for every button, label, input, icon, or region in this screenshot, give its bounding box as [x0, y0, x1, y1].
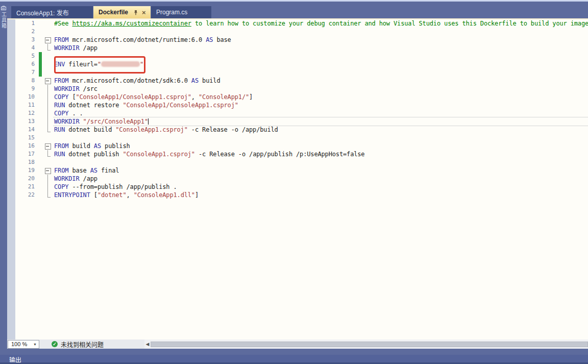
change-tracking-margin	[36, 134, 43, 142]
line-number: 16	[15, 142, 36, 150]
line-number: 5	[15, 52, 36, 60]
fold-toggle[interactable]	[43, 36, 54, 44]
fold-toggle[interactable]	[43, 166, 54, 175]
code-line[interactable]: 19FROM base AS final	[15, 166, 588, 175]
outline-guide	[43, 150, 54, 158]
outline-guide	[43, 183, 54, 191]
change-tracking-margin	[36, 28, 43, 36]
left-tool-strip: 工具箱	[0, 2, 7, 364]
code-text	[54, 158, 588, 166]
outline-guide	[43, 52, 54, 60]
code-line[interactable]: 1#See https://aka.ms/customizecontainer …	[15, 19, 588, 28]
line-number: 14	[15, 126, 36, 134]
code-text	[54, 134, 588, 142]
outline-guide	[43, 28, 54, 36]
outline-guide	[43, 158, 54, 166]
outline-guide	[43, 117, 54, 126]
code-line[interactable]: 11RUN dotnet restore "ConsoleApp1/Consol…	[15, 101, 588, 109]
outline-guide	[43, 93, 54, 101]
zoom-level-value: 100 %	[11, 341, 27, 347]
code-line[interactable]: 2	[15, 28, 588, 36]
code-line[interactable]: 14RUN dotnet build "ConsoleApp1.csproj" …	[15, 126, 588, 134]
code-line[interactable]: 21COPY --from=publish /app/publish .	[15, 183, 588, 191]
code-text: COPY . .	[54, 109, 588, 117]
tab-programcs[interactable]: Program.cs	[151, 6, 211, 18]
editor-bottom-bar: 100 % ▼ ✓ 未找到相关问题 ◀	[7, 339, 588, 349]
tab-label: Dockerfile	[99, 9, 128, 16]
line-number: 19	[15, 166, 36, 175]
line-number: 1	[15, 19, 36, 28]
horizontal-scrollbar[interactable]: ◀	[144, 339, 588, 349]
code-line[interactable]: 8FROM mcr.microsoft.com/dotnet/sdk:6.0 A…	[15, 77, 588, 85]
fold-toggle[interactable]	[43, 142, 54, 150]
tab-consoleapp1-publish[interactable]: ConsoleApp1: 发布	[11, 6, 93, 18]
code-line[interactable]: 9WORKDIR /src	[15, 85, 588, 93]
code-line[interactable]: 3FROM mcr.microsoft.com/dotnet/runtime:6…	[15, 36, 588, 44]
breakpoint-margin[interactable]	[7, 19, 15, 339]
outline-guide	[43, 101, 54, 109]
outline-guide	[43, 126, 54, 134]
document-health-indicator[interactable]: ✓ 未找到相关问题	[52, 340, 104, 349]
pin-icon[interactable]	[133, 10, 138, 15]
line-number: 4	[15, 44, 36, 52]
line-number: 18	[15, 158, 36, 166]
code-line[interactable]: 20WORKDIR /app	[15, 175, 588, 183]
change-tracking-margin	[36, 44, 43, 52]
outline-guide	[43, 85, 54, 93]
code-line[interactable]: 4WORKDIR /app	[15, 44, 588, 52]
scroll-left-arrow-icon[interactable]: ◀	[144, 342, 151, 347]
outline-guide	[43, 19, 54, 28]
tab-dockerfile[interactable]: Dockerfile ×	[93, 6, 151, 18]
current-line-highlight	[53, 117, 588, 126]
code-line[interactable]: 22ENTRYPOINT ["dotnet", "ConsoleApp1.dll…	[15, 191, 588, 199]
change-tracking-margin	[36, 158, 43, 166]
change-tracking-margin	[36, 101, 43, 109]
code-line[interactable]: 18	[15, 158, 588, 166]
change-tracking-margin	[36, 19, 43, 28]
health-message: 未找到相关问题	[61, 340, 104, 349]
code-text: ENTRYPOINT ["dotnet", "ConsoleApp1.dll"]	[54, 191, 588, 199]
check-circle-icon: ✓	[52, 341, 58, 347]
code-text	[54, 28, 588, 36]
outline-guide	[43, 175, 54, 183]
document-tab-bar: ConsoleApp1: 发布 Dockerfile × Program.cs	[7, 6, 588, 18]
line-number: 11	[15, 101, 36, 109]
outline-guide	[43, 109, 54, 117]
change-tracking-bar	[36, 60, 43, 68]
outline-guide	[43, 60, 54, 68]
code-line[interactable]: 17RUN dotnet publish "ConsoleApp1.csproj…	[15, 150, 588, 158]
line-number: 8	[15, 77, 36, 85]
code-line[interactable]: 12COPY . .	[15, 109, 588, 117]
code-text: RUN dotnet build "ConsoleApp1.csproj" -c…	[54, 126, 588, 134]
line-number: 13	[15, 117, 36, 126]
env-annotation-red-box	[54, 56, 145, 74]
line-number: 3	[15, 36, 36, 44]
outline-guide	[43, 191, 54, 199]
line-number: 6	[15, 60, 36, 68]
sidebar-tab-toolbox[interactable]: 工具箱	[0, 6, 7, 29]
code-line[interactable]: 15	[15, 134, 588, 142]
tab-label: Program.cs	[156, 9, 187, 16]
outline-guide	[43, 44, 54, 52]
code-text: FROM mcr.microsoft.com/dotnet/sdk:6.0 AS…	[54, 77, 588, 85]
code-text: RUN dotnet restore "ConsoleApp1/ConsoleA…	[54, 101, 588, 109]
fold-toggle[interactable]	[43, 77, 54, 85]
change-tracking-margin	[36, 117, 43, 126]
code-text: WORKDIR /src	[54, 85, 588, 93]
code-line[interactable]: 10COPY ["ConsoleApp1/ConsoleApp1.csproj"…	[15, 93, 588, 101]
zoom-level-select[interactable]: 100 % ▼	[8, 340, 39, 349]
line-number: 9	[15, 85, 36, 93]
change-tracking-margin	[36, 85, 43, 93]
code-line[interactable]: 16FROM build AS publish	[15, 142, 588, 150]
close-icon[interactable]: ×	[142, 9, 146, 16]
line-number: 2	[15, 28, 36, 36]
line-number: 15	[15, 134, 36, 142]
change-tracking-margin	[36, 77, 43, 85]
line-number: 10	[15, 93, 36, 101]
code-lines-container: 1#See https://aka.ms/customizecontainer …	[15, 19, 588, 199]
code-editor[interactable]: 1#See https://aka.ms/customizecontainer …	[7, 18, 588, 339]
scrollbar-thumb[interactable]	[151, 342, 588, 347]
tab-label: ConsoleApp1: 发布	[16, 8, 69, 17]
line-number: 21	[15, 183, 36, 191]
line-number: 7	[15, 68, 36, 77]
